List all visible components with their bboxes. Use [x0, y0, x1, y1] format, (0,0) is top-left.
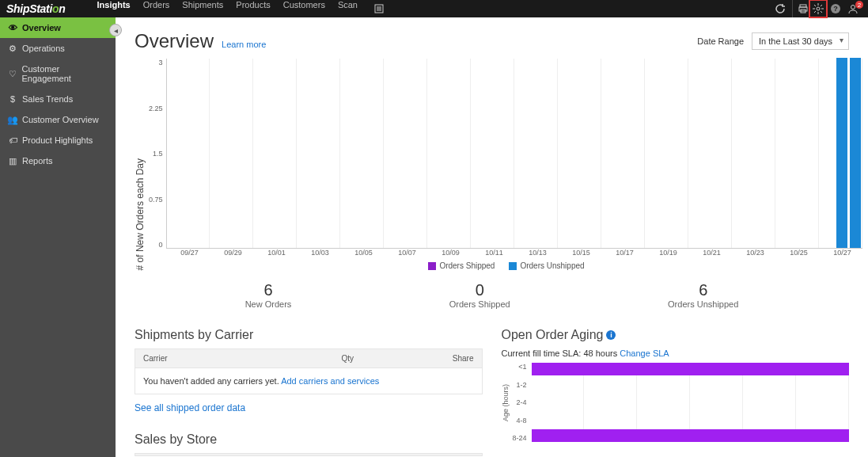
- main-content: Overview Learn more Date Range In the La…: [116, 17, 868, 457]
- sidebar-item-label: Customer Overview: [22, 115, 99, 124]
- svg-text:?: ?: [833, 5, 838, 13]
- brand-logo: ShipStation: [6, 2, 66, 15]
- sidebar-item-label: Operations: [22, 44, 65, 53]
- sidebar-item-label: Product Highlights: [22, 135, 93, 145]
- gear-icon[interactable]: [809, 0, 827, 17]
- sales-by-store-title: Sales by Store: [135, 432, 483, 447]
- svg-line-13: [821, 11, 822, 13]
- sidebar-item-reports[interactable]: ▥ Reports: [0, 150, 116, 171]
- stat-orders-shipped: 0 Orders Shipped: [449, 281, 510, 309]
- chart-x-ticks: 09/2709/29 10/0110/03 10/0510/07 10/0910…: [168, 249, 864, 257]
- sidebar-item-overview[interactable]: 👁 Overview: [0, 17, 116, 38]
- top-nav: Insights Orders Shipments Products Custo…: [97, 0, 388, 17]
- see-all-shipped-link[interactable]: See all shipped order data: [135, 402, 245, 413]
- sidebar-item-customer-overview[interactable]: 👥 Customer Overview: [0, 109, 116, 130]
- chart-legend: Orders Shipped Orders Unshipped: [149, 261, 864, 270]
- sidebar-item-engagement[interactable]: ♡ Customer Engagement: [0, 59, 116, 89]
- change-sla-link[interactable]: Change SLA: [620, 348, 669, 358]
- sidebar-item-label: Overview: [22, 23, 61, 32]
- print-icon[interactable]: [792, 0, 809, 17]
- svg-line-14: [814, 11, 816, 13]
- carrier-table-body: You haven't added any carriers yet. Add …: [135, 368, 483, 394]
- sidebar-item-label: Customer Engagement: [22, 64, 108, 83]
- barchart-icon: ▥: [8, 156, 17, 166]
- stat-orders-unshipped: 6 Orders Unshipped: [668, 281, 738, 309]
- refresh-icon[interactable]: [771, 0, 789, 17]
- chart-y-ticks: 3 2.25 1.5 0.75 0: [149, 59, 166, 249]
- help-icon[interactable]: ?: [827, 0, 844, 17]
- dollar-icon: $: [8, 94, 17, 104]
- sidebar-item-sales-trends[interactable]: $ Sales Trends: [0, 89, 116, 109]
- daterange-label: Date Range: [697, 36, 744, 46]
- svg-line-12: [814, 5, 816, 6]
- nav-shipments[interactable]: Shipments: [182, 0, 223, 17]
- sidebar-item-operations[interactable]: ⚙ Operations: [0, 38, 116, 59]
- chart-bar: [836, 58, 847, 248]
- nav-orders[interactable]: Orders: [143, 0, 170, 17]
- orders-chart: # of New Orders each Day 3 2.25 1.5 0.75…: [135, 59, 849, 270]
- svg-line-15: [821, 5, 822, 6]
- open-order-aging-panel: Open Order Aging i Current fill time SLA…: [502, 328, 850, 456]
- chart-y-axis-title: # of New Orders each Day: [135, 59, 149, 270]
- learn-more-link[interactable]: Learn more: [222, 40, 266, 49]
- aging-bar: [532, 363, 850, 375]
- nav-customers[interactable]: Customers: [283, 0, 325, 17]
- chart-plot-area: [166, 59, 862, 249]
- calculator-icon[interactable]: [370, 0, 388, 17]
- sla-text: Current fill time SLA: 48 hours Change S…: [502, 348, 850, 358]
- aging-chart: Age (hours) <1 1-2 2-4 4-8 8-24: [502, 363, 850, 442]
- aging-y-ticks: <1 1-2 2-4 4-8 8-24: [511, 363, 532, 442]
- panel-title: Shipments by Carrier: [135, 328, 483, 342]
- svg-point-7: [817, 7, 820, 10]
- eye-icon: 👁: [8, 23, 17, 32]
- shipments-by-carrier-panel: Shipments by Carrier Carrier Qty Share Y…: [135, 328, 483, 456]
- carrier-table-header: Carrier Qty Share: [135, 348, 483, 368]
- aging-bar: [532, 429, 850, 442]
- add-carriers-link[interactable]: Add carriers and services: [281, 376, 379, 386]
- nav-insights[interactable]: Insights: [97, 0, 131, 17]
- people-icon: 👥: [8, 115, 17, 124]
- daterange-select[interactable]: In the Last 30 days: [752, 32, 849, 50]
- panel-title: Open Order Aging i: [502, 328, 850, 342]
- sidebar-item-product-highlights[interactable]: 🏷 Product Highlights: [0, 130, 116, 150]
- aging-y-axis-title: Age (hours): [502, 363, 511, 442]
- notif-badge: 2: [855, 1, 863, 9]
- stat-new-orders: 6 New Orders: [245, 281, 292, 309]
- summary-stats: 6 New Orders 0 Orders Shipped 6 Orders U…: [135, 281, 849, 320]
- heart-icon: ♡: [8, 69, 17, 78]
- aging-plot: [532, 363, 850, 442]
- tag-icon: 🏷: [8, 135, 17, 145]
- gears-icon: ⚙: [8, 44, 17, 53]
- nav-products[interactable]: Products: [236, 0, 270, 17]
- nav-scan[interactable]: Scan: [338, 0, 358, 17]
- sidebar-collapse-icon[interactable]: ◂: [109, 24, 122, 36]
- chart-bar: [850, 58, 861, 248]
- page-title: Overview: [135, 30, 214, 52]
- sidebar-item-label: Sales Trends: [22, 94, 73, 104]
- svg-point-18: [851, 6, 855, 10]
- user-icon[interactable]: 2: [844, 0, 862, 17]
- topbar: ShipStation Insights Orders Shipments Pr…: [0, 0, 868, 17]
- sidebar-item-label: Reports: [22, 156, 53, 166]
- sidebar: 👁 Overview ⚙ Operations ♡ Customer Engag…: [0, 17, 116, 457]
- info-icon[interactable]: i: [606, 330, 616, 340]
